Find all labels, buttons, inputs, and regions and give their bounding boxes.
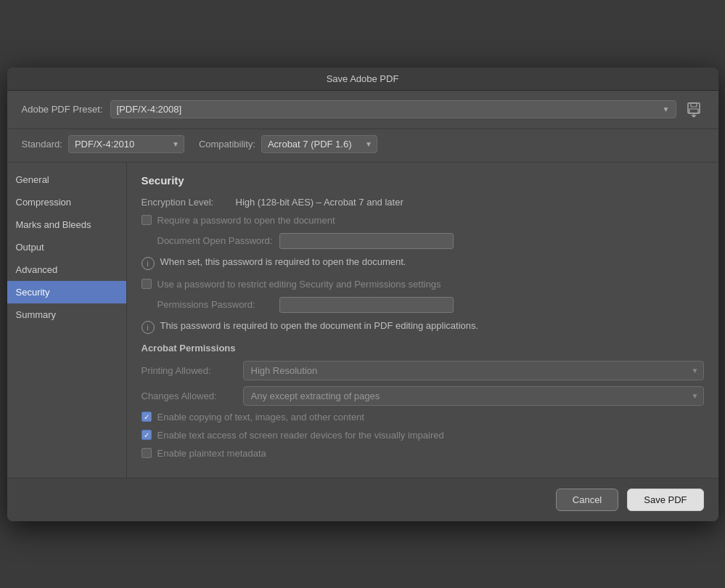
permissions-password-row: Permissions Password:	[157, 297, 704, 313]
encryption-level-value: High (128-bit AES) – Acrobat 7 and later	[236, 197, 404, 208]
restrict-editing-row: Use a password to restrict editing Secur…	[142, 279, 704, 290]
changes-allowed-label: Changes Allowed:	[142, 391, 243, 401]
enable-plaintext-checkbox[interactable]	[142, 448, 152, 458]
bottom-bar: Cancel Save PDF	[7, 478, 718, 521]
require-password-row: Require a password to open the document	[142, 215, 704, 226]
permissions-password-input[interactable]	[279, 297, 454, 313]
standard-chevron-icon: ▼	[172, 140, 179, 148]
dialog-title: Save Adobe PDF	[327, 73, 399, 84]
changes-allowed-dropdown[interactable]: Any except extracting of pages ▼	[243, 386, 704, 406]
permissions-info-icon: i	[142, 321, 155, 334]
enable-text-access-checkbox[interactable]	[142, 430, 152, 440]
enable-copying-checkbox[interactable]	[142, 412, 152, 422]
sidebar-item-advanced[interactable]: Advanced	[7, 258, 126, 281]
permissions-password-info-text: This password is required to open the do…	[160, 320, 479, 331]
preset-value: [PDF/X-4:2008]	[117, 104, 182, 115]
compatibility-group: Compatibility: Acrobat 7 (PDF 1.6) ▼	[199, 135, 377, 153]
acrobat-permissions-section: Acrobat Permissions Printing Allowed: Hi…	[142, 343, 704, 459]
enable-plaintext-row: Enable plaintext metadata	[142, 448, 704, 459]
sidebar-item-output[interactable]: Output	[7, 236, 126, 258]
open-password-row: Document Open Password:	[157, 233, 704, 249]
require-password-checkbox[interactable]	[142, 215, 152, 225]
printing-allowed-row: Printing Allowed: High Resolution ▼	[142, 361, 704, 380]
changes-allowed-value: Any except extracting of pages	[251, 391, 380, 401]
enable-text-access-label: Enable text access of screen reader devi…	[157, 430, 444, 441]
open-password-info-row: i When set, this password is required to…	[142, 256, 704, 270]
compatibility-chevron-icon: ▼	[365, 140, 372, 148]
permissions-password-info-row: i This password is required to open the …	[142, 320, 704, 334]
changes-chevron-icon: ▼	[692, 392, 699, 400]
sidebar: General Compression Marks and Bleeds Out…	[7, 163, 127, 478]
open-password-input[interactable]	[279, 233, 454, 249]
title-bar: Save Adobe PDF	[7, 68, 718, 91]
enable-copying-label: Enable copying of text, images, and othe…	[157, 412, 364, 422]
open-password-label: Document Open Password:	[157, 235, 274, 246]
sidebar-item-general[interactable]: General	[7, 168, 126, 191]
enable-text-access-row: Enable text access of screen reader devi…	[142, 430, 704, 441]
content-area: Security Encryption Level: High (128-bit…	[127, 163, 718, 478]
compatibility-label: Compatibility:	[199, 139, 255, 150]
compatibility-value: Acrobat 7 (PDF 1.6)	[268, 139, 352, 150]
cancel-button[interactable]: Cancel	[556, 489, 618, 511]
printing-allowed-dropdown[interactable]: High Resolution ▼	[243, 361, 704, 380]
sidebar-item-security[interactable]: Security	[7, 281, 126, 303]
changes-allowed-row: Changes Allowed: Any except extracting o…	[142, 386, 704, 406]
preset-bar: Adobe PDF Preset: [PDF/X-4:2008] ▼	[7, 91, 718, 129]
permissions-password-label: Permissions Password:	[157, 299, 274, 310]
encryption-level-label: Encryption Level:	[142, 197, 236, 208]
info-icon: i	[142, 257, 155, 270]
enable-plaintext-label: Enable plaintext metadata	[157, 448, 266, 459]
sidebar-item-marks-bleeds[interactable]: Marks and Bleeds	[7, 213, 126, 236]
save-pdf-dialog: Save Adobe PDF Adobe PDF Preset: [PDF/X-…	[7, 68, 718, 521]
require-password-label: Require a password to open the document	[157, 215, 335, 226]
save-pdf-button[interactable]: Save PDF	[627, 489, 703, 511]
sidebar-item-compression[interactable]: Compression	[7, 191, 126, 213]
main-content: General Compression Marks and Bleeds Out…	[7, 163, 718, 478]
preset-label: Adobe PDF Preset:	[22, 104, 103, 115]
standard-dropdown[interactable]: PDF/X-4:2010 ▼	[68, 135, 184, 153]
compatibility-dropdown[interactable]: Acrobat 7 (PDF 1.6) ▼	[261, 135, 377, 153]
svg-rect-2	[689, 109, 698, 113]
printing-allowed-value: High Resolution	[251, 365, 318, 376]
standard-value: PDF/X-4:2010	[75, 139, 134, 150]
open-password-info-text: When set, this password is required to o…	[160, 256, 406, 267]
save-preset-button[interactable]	[684, 99, 704, 120]
preset-dropdown[interactable]: [PDF/X-4:2008] ▼	[110, 100, 676, 118]
restrict-editing-label: Use a password to restrict editing Secur…	[157, 279, 441, 290]
acrobat-permissions-title: Acrobat Permissions	[142, 343, 704, 354]
enable-copying-row: Enable copying of text, images, and othe…	[142, 412, 704, 422]
standard-label: Standard:	[22, 139, 62, 150]
section-title: Security	[142, 174, 704, 187]
printing-allowed-label: Printing Allowed:	[142, 365, 243, 376]
printing-chevron-icon: ▼	[692, 367, 699, 375]
restrict-editing-checkbox[interactable]	[142, 279, 152, 289]
standard-group: Standard: PDF/X-4:2010 ▼	[22, 135, 184, 153]
chevron-down-icon: ▼	[663, 105, 670, 113]
standard-bar: Standard: PDF/X-4:2010 ▼ Compatibility: …	[7, 129, 718, 163]
encryption-level-row: Encryption Level: High (128-bit AES) – A…	[142, 197, 704, 208]
sidebar-item-summary[interactable]: Summary	[7, 303, 126, 326]
